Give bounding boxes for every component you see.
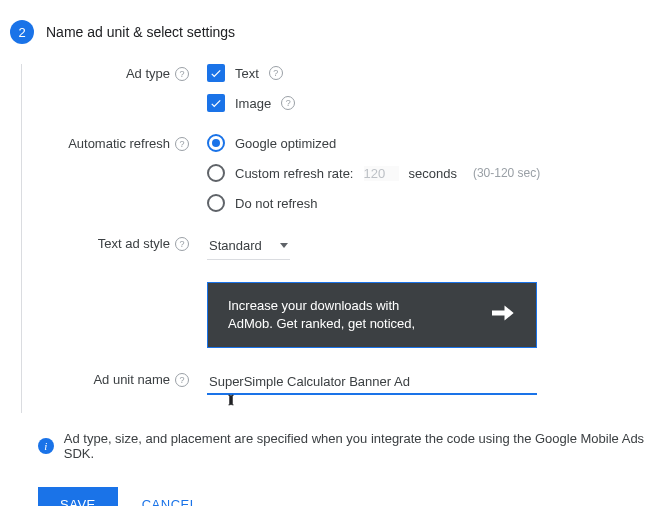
custom-rate-input[interactable] [364, 166, 399, 181]
chevron-down-icon [280, 243, 288, 248]
ad-unit-name-label: Ad unit name ? [42, 370, 207, 387]
arrow-right-icon[interactable] [488, 303, 516, 328]
help-icon[interactable]: ? [175, 67, 189, 81]
custom-rate-hint: (30-120 sec) [473, 166, 540, 180]
promo-line1: Increase your downloads with [228, 297, 415, 315]
auto-refresh-label: Automatic refresh ? [42, 134, 207, 151]
text-cursor-icon [225, 393, 237, 407]
checkbox-text-label: Text [235, 66, 259, 81]
radio-google-optimized[interactable] [207, 134, 225, 152]
promo-box: Increase your downloads with AdMob. Get … [207, 282, 537, 348]
info-row: i Ad type, size, and placement are speci… [38, 431, 670, 461]
help-icon[interactable]: ? [175, 137, 189, 151]
radio-custom-prefix: Custom refresh rate: [235, 166, 354, 181]
radio-none-label: Do not refresh [235, 196, 317, 211]
info-text: Ad type, size, and placement are specifi… [64, 431, 670, 461]
checkbox-text[interactable] [207, 64, 225, 82]
ad-unit-name-input[interactable] [207, 370, 537, 395]
step-badge: 2 [10, 20, 34, 44]
help-icon[interactable]: ? [175, 237, 189, 251]
help-icon[interactable]: ? [269, 66, 283, 80]
radio-do-not-refresh[interactable] [207, 194, 225, 212]
text-ad-style-select[interactable]: Standard [207, 234, 290, 260]
save-button[interactable]: SAVE [38, 487, 118, 506]
checkbox-image-label: Image [235, 96, 271, 111]
radio-google-label: Google optimized [235, 136, 336, 151]
radio-custom-unit: seconds [409, 166, 457, 181]
help-icon[interactable]: ? [175, 373, 189, 387]
radio-custom-rate[interactable] [207, 164, 225, 182]
help-icon[interactable]: ? [281, 96, 295, 110]
section-title: Name ad unit & select settings [46, 24, 235, 40]
section-header: 2 Name ad unit & select settings [10, 20, 670, 44]
promo-line2: AdMob. Get ranked, get noticed, [228, 315, 415, 333]
cancel-button[interactable]: CANCEL [136, 496, 204, 506]
text-ad-style-label: Text ad style ? [42, 234, 207, 251]
checkbox-image[interactable] [207, 94, 225, 112]
info-icon: i [38, 438, 54, 454]
text-ad-style-value: Standard [209, 238, 262, 253]
ad-type-label: Ad type ? [42, 64, 207, 81]
